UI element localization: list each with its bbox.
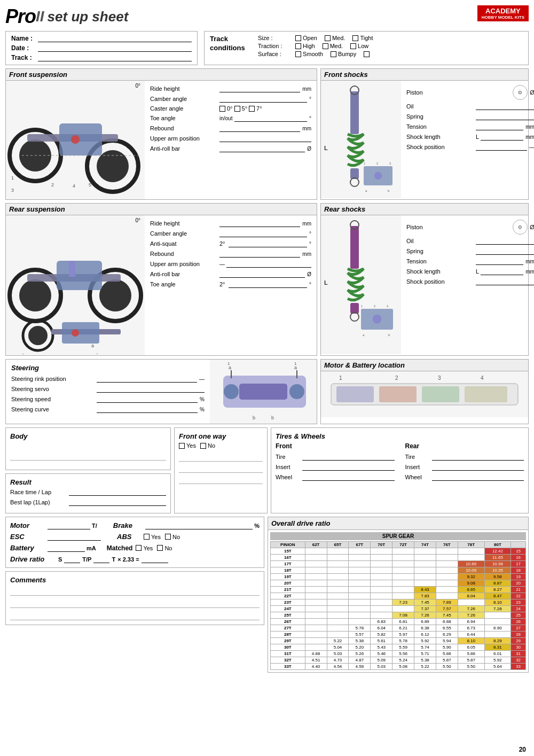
rs-antisquat-row: Anti-squat 2° ° — [150, 240, 311, 247]
fs-position-input[interactable] — [476, 143, 527, 151]
antiroll-input[interactable] — [219, 145, 305, 152]
surface-smooth-option[interactable]: Smooth — [295, 51, 323, 57]
size-open-option[interactable]: Open — [295, 35, 317, 41]
gear-cell: 5.74 — [414, 644, 436, 651]
gear-cell — [371, 555, 392, 561]
fs-oil-row: Oil — [406, 103, 534, 110]
front-susp-svg: 1 2 3 4 5 — [6, 81, 145, 198]
surface-bumpy-option[interactable]: Bumpy — [331, 51, 356, 57]
one-way-no[interactable]: No — [200, 442, 215, 449]
rs-antiroll-input[interactable] — [219, 270, 305, 278]
caster-0-check[interactable] — [219, 106, 225, 112]
comment-line-2[interactable] — [10, 598, 260, 608]
gear-cell — [414, 555, 436, 561]
drive-s-input[interactable] — [64, 556, 80, 563]
traction-low-option[interactable]: Low — [350, 43, 368, 49]
gear-cell: 16 — [511, 555, 526, 561]
toe-row: Toe angle in/out ° — [150, 114, 311, 122]
matched-no[interactable]: No — [157, 545, 172, 551]
steering-servo-input[interactable] — [97, 385, 205, 393]
fs-spring-input[interactable] — [476, 113, 534, 120]
front-wheel-input[interactable] — [302, 473, 395, 481]
drive-tp-input[interactable] — [93, 556, 109, 563]
best-lap-input[interactable] — [69, 498, 166, 506]
gear-cell: 33 — [511, 664, 526, 670]
toe-input[interactable] — [234, 114, 307, 122]
front-tire-input[interactable] — [302, 453, 395, 461]
fs-length-input[interactable] — [481, 133, 523, 141]
front-shocks-diagram: L a b 1 2 3 — [321, 81, 401, 198]
tires-wheels-box: Tires & Wheels Front Tire Insert Wheel — [271, 427, 529, 513]
gear-cell: 5.86 — [458, 651, 484, 657]
fs-oil-input[interactable] — [476, 103, 534, 110]
drive-result[interactable] — [142, 556, 168, 563]
abs-no[interactable]: No — [165, 534, 180, 540]
front-insert-input[interactable] — [302, 463, 395, 471]
esc-value[interactable] — [48, 533, 101, 541]
svg-rect-46 — [350, 226, 359, 269]
track-input[interactable] — [38, 54, 192, 61]
battery-matched-row: Battery mA Matched Yes No — [10, 544, 260, 552]
rear-wheel-input[interactable] — [432, 473, 524, 481]
body-input[interactable] — [10, 451, 166, 461]
battery-value[interactable] — [48, 544, 85, 552]
rear-suspension-box: Rear suspension 0° — [5, 203, 317, 356]
steering-speed-input[interactable] — [97, 395, 198, 403]
date-input[interactable] — [38, 44, 192, 52]
rear-insert-input[interactable] — [432, 463, 524, 471]
gear-cell: 24 — [511, 606, 526, 612]
gear-cell: 5.38 — [414, 657, 436, 664]
rs-antisquat-input[interactable] — [229, 240, 307, 247]
one-way-yes[interactable]: Yes — [179, 442, 196, 449]
rshock-tension-input[interactable] — [476, 258, 523, 265]
rear-shocks-box: Rear shocks L a b — [320, 203, 529, 356]
traction-med-option[interactable]: Med. — [323, 43, 343, 49]
comment-line-1[interactable] — [10, 586, 260, 596]
gear-cell — [305, 632, 327, 638]
rs-rebound-input[interactable] — [219, 250, 300, 258]
size-med-option[interactable]: Med. — [325, 35, 345, 41]
camber-input[interactable] — [219, 95, 307, 103]
gear-ratio-title: Overall drive ratio — [268, 517, 528, 530]
rs-toe-input[interactable] — [229, 280, 307, 288]
body-tire-row: Body Result Race time / Lap Best lap (1L… — [5, 427, 529, 513]
table-row: 31T4.885.035.265.465.565.715.865.866.013… — [271, 651, 526, 657]
steering-curve-input[interactable] — [97, 406, 198, 413]
rs-ride-height-input[interactable] — [219, 220, 300, 227]
svg-point-49 — [350, 313, 359, 321]
matched-yes[interactable]: Yes — [136, 545, 153, 551]
gear-cell: 6.05 — [458, 644, 484, 651]
rebound-input[interactable] — [219, 124, 300, 132]
comment-line-3[interactable] — [10, 611, 260, 620]
rshock-oil-input[interactable] — [476, 237, 534, 245]
traction-high-option[interactable]: High — [295, 43, 315, 49]
caster-7-check[interactable] — [249, 106, 255, 112]
gear-cell — [349, 587, 371, 593]
race-time-input[interactable] — [69, 488, 166, 496]
abs-yes[interactable]: Yes — [144, 534, 161, 540]
rs-upper-arm-input[interactable] — [226, 260, 311, 268]
gear-cell: 5.64 — [484, 664, 511, 670]
front-wheel-row: Wheel — [276, 473, 395, 481]
rear-tire-input[interactable] — [432, 453, 524, 461]
name-input[interactable] — [38, 35, 192, 42]
upper-arm-input[interactable] — [219, 135, 311, 142]
brake-value[interactable] — [145, 522, 253, 529]
gear-cell — [305, 638, 327, 644]
rshock-position-input[interactable] — [476, 278, 534, 285]
rshock-length-input[interactable] — [481, 268, 523, 275]
rshock-spring-input[interactable] — [476, 247, 534, 255]
front-suspension-box: Front suspension 0° 1 — [5, 68, 317, 200]
svg-text:2: 2 — [49, 354, 51, 354]
caster-5-check[interactable] — [234, 106, 240, 112]
svg-text:1: 1 — [11, 175, 14, 181]
ride-height-input[interactable] — [219, 85, 300, 92]
gear-cell — [414, 561, 436, 567]
size-tight-option[interactable]: Tight — [352, 35, 373, 41]
gear-cell — [327, 612, 349, 619]
surface-empty-option[interactable] — [364, 51, 370, 57]
rs-camber-input[interactable] — [219, 230, 307, 237]
steering-rink-input[interactable] — [97, 375, 197, 383]
fs-tension-input[interactable] — [476, 123, 523, 130]
motor-value[interactable] — [48, 522, 90, 529]
